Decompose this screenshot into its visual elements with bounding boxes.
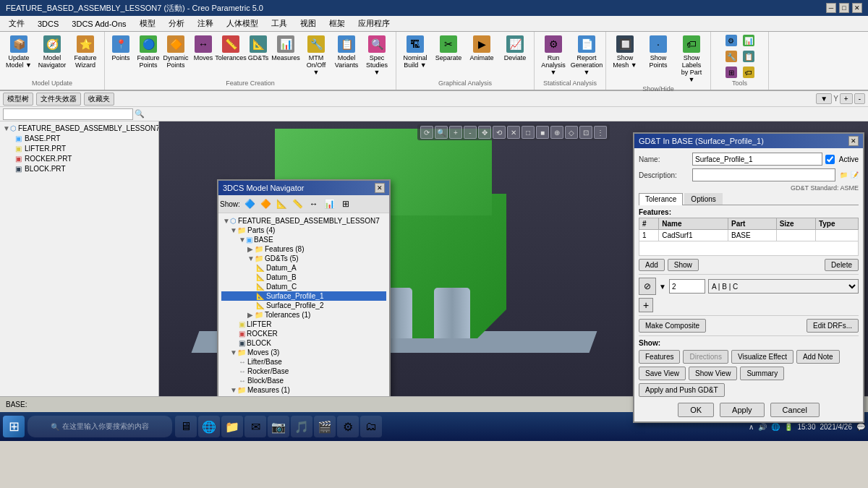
navigator-close-btn[interactable]: ✕ bbox=[375, 183, 385, 193]
nav-tree-lifter-base[interactable]: ↔ Lifter/Base bbox=[221, 357, 386, 367]
view-extra-btn[interactable]: ⋮ bbox=[594, 126, 607, 139]
feature-points-btn[interactable]: 🔵 FeaturePoints bbox=[135, 33, 161, 71]
filewatcher-tab-btn[interactable]: 文件失效器 bbox=[36, 93, 81, 106]
tray-icon-up[interactable]: ∧ bbox=[749, 423, 754, 431]
view-rotate-btn[interactable]: ⟲ bbox=[493, 126, 506, 139]
nav-features-btn[interactable]: 🔶 bbox=[259, 197, 273, 211]
gdt-btn-features[interactable]: Features bbox=[639, 350, 680, 364]
gdts-btn[interactable]: 📐 GD&Ts bbox=[245, 33, 271, 64]
menu-annotation[interactable]: 注释 bbox=[192, 17, 219, 30]
taskbar-app-explorer[interactable]: 🖥 bbox=[175, 416, 197, 437]
menu-model[interactable]: 模型 bbox=[134, 17, 161, 30]
tree-item-block[interactable]: ▣ BLOCK.PRT bbox=[1, 163, 157, 174]
tray-icon-battery[interactable]: 🔋 bbox=[784, 423, 793, 431]
nav-tolerances-btn[interactable]: 📏 bbox=[291, 197, 305, 211]
view-zoom-out-btn[interactable]: - bbox=[464, 126, 477, 139]
dynamic-points-btn[interactable]: 🔶 DynamicPoints bbox=[163, 33, 189, 71]
nav-tree-sp2[interactable]: 📐 Surface_Profile_2 bbox=[221, 301, 386, 310]
nav-tree-parts[interactable]: ▼ 📁 Parts (4) bbox=[221, 226, 386, 235]
nav-moves-btn[interactable]: ↔ bbox=[307, 197, 321, 211]
taskbar-app-files2[interactable]: 🗂 bbox=[360, 416, 382, 437]
run-analysis-btn[interactable]: ⚙ RunAnalysis ▼ bbox=[537, 33, 569, 78]
gdt-add-btn[interactable]: Add bbox=[639, 259, 665, 271]
view-fit-btn[interactable]: ⟳ bbox=[420, 126, 433, 139]
nav-tree-rocker-base[interactable]: ↔ Rocker/Base bbox=[221, 367, 386, 376]
show-labels-btn[interactable]: 🏷 Show Labelsby Part ▼ bbox=[676, 33, 707, 85]
model-variants-btn[interactable]: 📋 ModelVariants bbox=[333, 33, 359, 71]
feature-wizard-btn[interactable]: ⭐ FeatureWizard bbox=[69, 33, 101, 71]
maximize-btn[interactable]: □ bbox=[839, 3, 849, 13]
taskbar-search[interactable]: 🔍 在这里输入你要搜索的内容 bbox=[27, 416, 172, 437]
points-btn[interactable]: 📍 Points bbox=[108, 33, 134, 64]
report-gen-btn[interactable]: 📄 ReportGeneration ▼ bbox=[571, 33, 603, 78]
tree-search-input[interactable] bbox=[3, 108, 133, 120]
tool-btn-3[interactable]: 🔧 bbox=[723, 49, 739, 64]
gdt-ok-btn[interactable]: OK bbox=[678, 403, 714, 417]
taskbar-app-mail[interactable]: ✉ bbox=[244, 416, 266, 437]
gdt-btn-show-view[interactable]: Show View bbox=[689, 367, 737, 380]
favorites-tab-btn[interactable]: 收藏夹 bbox=[84, 93, 114, 106]
gdt-edit-drfs-btn[interactable]: Edit DRFs... bbox=[807, 319, 859, 333]
search-icon[interactable]: 🔍 bbox=[135, 109, 145, 119]
gdt-make-composite-btn[interactable]: Make Composite bbox=[639, 319, 706, 333]
spec-studies-btn[interactable]: 🔍 SpecStudies ▼ bbox=[361, 33, 393, 78]
nav-tree-features[interactable]: ▶ 📁 Features (8) bbox=[221, 244, 386, 254]
view-pan-btn[interactable]: ✥ bbox=[478, 126, 491, 139]
gdt-apply-btn[interactable]: Apply bbox=[720, 403, 765, 417]
gdt-tab-tolerance[interactable]: Tolerance bbox=[639, 193, 683, 205]
gdt-close-btn[interactable]: ✕ bbox=[848, 136, 859, 146]
view-section-btn[interactable]: ✕ bbox=[507, 126, 520, 139]
model-navigator-btn[interactable]: 🧭 ModelNavigator bbox=[36, 33, 68, 71]
gdt-tab-options[interactable]: Options bbox=[684, 193, 722, 205]
minimize-btn[interactable]: ─ bbox=[826, 3, 836, 13]
mtm-btn[interactable]: 🔧 MTMOn/Off ▼ bbox=[300, 33, 332, 78]
view-3d-btn[interactable]: ⊕ bbox=[550, 126, 563, 139]
nav-tree-root[interactable]: ▼ ⬡ FEATURE_BASED_ASSEMBLY_LESSON7 bbox=[221, 216, 386, 226]
nav-tree-measures[interactable]: ▼ 📁 Measures (1) bbox=[221, 385, 386, 395]
measures-btn[interactable]: 📊 Measures bbox=[273, 33, 299, 64]
tool-btn-2[interactable]: 📊 bbox=[741, 33, 757, 48]
nav-tree-block[interactable]: ▣ BLOCK bbox=[221, 338, 386, 348]
nav-tree-rocker[interactable]: ▣ ROCKER bbox=[221, 329, 386, 338]
tool-btn-1[interactable]: ⚙ bbox=[723, 33, 739, 48]
taskbar-app-edge[interactable]: 🌐 bbox=[198, 416, 220, 437]
tool-btn-4[interactable]: 📋 bbox=[741, 49, 757, 64]
nav-tree-tolerances[interactable]: ▶ 📁 Tolerances (1) bbox=[221, 310, 386, 320]
gdt-btn-directions[interactable]: Directions bbox=[683, 350, 728, 364]
tree-tab-btn[interactable]: 模型树 bbox=[3, 93, 33, 106]
view-reset-btn[interactable]: ⊡ bbox=[579, 126, 592, 139]
nav-gdts-btn[interactable]: 📐 bbox=[275, 197, 289, 211]
tree-item-base[interactable]: ▣ BASE.PRT bbox=[1, 133, 157, 143]
tray-icon-sound[interactable]: 🔊 bbox=[758, 423, 767, 431]
view-zoom-btn[interactable]: 🔍 bbox=[435, 126, 448, 139]
tolerances-btn[interactable]: 📏 Tolerances bbox=[218, 33, 244, 64]
nominal-build-btn[interactable]: 🏗 NominalBuild ▼ bbox=[399, 33, 431, 71]
view-shaded-btn[interactable]: ■ bbox=[536, 126, 549, 139]
nav-tree-moves[interactable]: ▼ 📁 Moves (3) bbox=[221, 348, 386, 357]
gdt-tolerance-value-input[interactable] bbox=[669, 279, 705, 294]
nav-tree-datum-b[interactable]: 📐 Datum_B bbox=[221, 273, 386, 282]
show-mesh-btn[interactable]: 🔲 ShowMesh ▼ bbox=[609, 33, 641, 71]
tray-notification[interactable]: 💬 bbox=[856, 423, 865, 431]
tray-icon-network[interactable]: 🌐 bbox=[771, 423, 780, 431]
gdt-active-checkbox[interactable] bbox=[825, 155, 835, 164]
moves-btn[interactable]: ↔ Moves bbox=[190, 33, 216, 64]
menu-addons[interactable]: 3DCS Add-Ons bbox=[66, 18, 132, 30]
menu-human[interactable]: 人体模型 bbox=[221, 17, 264, 30]
tree-item-rocker[interactable]: ▣ ROCKER.PRT bbox=[1, 153, 157, 163]
deviate-btn[interactable]: 📈 Deviate bbox=[499, 33, 531, 64]
update-model-btn[interactable]: 📦 UpdateModel ▼ bbox=[3, 33, 35, 71]
separate-btn[interactable]: ✂ Separate bbox=[433, 33, 464, 64]
gdt-datum-select[interactable]: A | B | C bbox=[708, 279, 859, 294]
taskbar-app-camera[interactable]: 📷 bbox=[268, 416, 289, 437]
nav-tree-sp1[interactable]: 📐 Surface_Profile_1 bbox=[221, 291, 386, 301]
gdt-desc-icon2[interactable]: 📝 bbox=[851, 171, 859, 179]
gdt-name-input[interactable] bbox=[692, 153, 822, 166]
start-button[interactable]: ⊞ bbox=[3, 416, 25, 437]
nav-measures-btn[interactable]: 📊 bbox=[323, 197, 337, 211]
menu-analysis[interactable]: 分析 bbox=[163, 17, 190, 30]
taskbar-app-music[interactable]: 🎵 bbox=[291, 416, 312, 437]
taskbar-app-video[interactable]: 🎬 bbox=[314, 416, 336, 437]
nav-tree-base[interactable]: ▼ ▣ BASE bbox=[221, 235, 386, 244]
menu-tools[interactable]: 工具 bbox=[265, 17, 293, 30]
